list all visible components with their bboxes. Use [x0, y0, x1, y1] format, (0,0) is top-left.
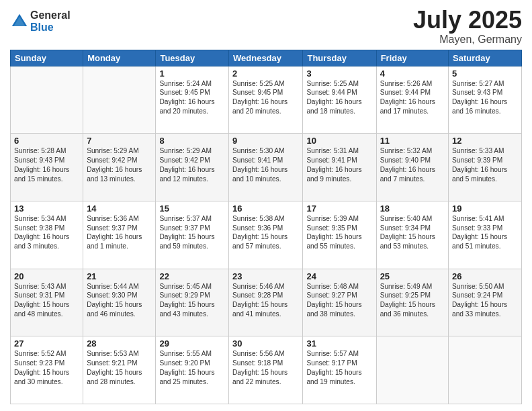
day-cell: 31Sunrise: 5:57 AM Sunset: 9:17 PM Dayli…: [303, 336, 376, 404]
day-cell: 8Sunrise: 5:29 AM Sunset: 9:42 PM Daylig…: [156, 134, 229, 201]
day-info: Sunrise: 5:53 AM Sunset: 9:21 PM Dayligh…: [87, 349, 152, 386]
day-cell: 29Sunrise: 5:55 AM Sunset: 9:20 PM Dayli…: [156, 336, 229, 404]
day-info: Sunrise: 5:34 AM Sunset: 9:38 PM Dayligh…: [14, 214, 79, 251]
day-info: Sunrise: 5:30 AM Sunset: 9:41 PM Dayligh…: [232, 146, 299, 183]
day-cell: 6Sunrise: 5:28 AM Sunset: 9:43 PM Daylig…: [11, 134, 83, 201]
day-number: 4: [380, 68, 445, 79]
day-cell: 5Sunrise: 5:27 AM Sunset: 9:43 PM Daylig…: [449, 66, 522, 134]
day-number: 9: [232, 136, 299, 146]
day-info: Sunrise: 5:40 AM Sunset: 9:34 PM Dayligh…: [380, 214, 445, 251]
day-number: 22: [159, 271, 225, 281]
day-info: Sunrise: 5:41 AM Sunset: 9:33 PM Dayligh…: [452, 214, 518, 251]
day-cell: 9Sunrise: 5:30 AM Sunset: 9:41 PM Daylig…: [229, 134, 303, 201]
day-cell: 7Sunrise: 5:29 AM Sunset: 9:42 PM Daylig…: [83, 134, 156, 201]
day-info: Sunrise: 5:25 AM Sunset: 9:44 PM Dayligh…: [306, 79, 372, 116]
day-cell: 20Sunrise: 5:43 AM Sunset: 9:31 PM Dayli…: [11, 269, 83, 336]
day-cell: 2Sunrise: 5:25 AM Sunset: 9:45 PM Daylig…: [229, 66, 303, 134]
day-number: 27: [14, 338, 79, 349]
day-number: 6: [14, 136, 79, 146]
week-row-4: 27Sunrise: 5:52 AM Sunset: 9:23 PM Dayli…: [11, 336, 522, 404]
day-number: 1: [159, 68, 225, 79]
day-number: 18: [380, 203, 445, 214]
day-number: 30: [232, 338, 299, 349]
day-cell: 17Sunrise: 5:39 AM Sunset: 9:35 PM Dayli…: [303, 201, 376, 269]
day-number: 24: [306, 271, 372, 281]
week-row-0: 1Sunrise: 5:24 AM Sunset: 9:45 PM Daylig…: [11, 66, 522, 134]
calendar: Sunday Monday Tuesday Wednesday Thursday…: [10, 50, 522, 404]
day-number: 7: [87, 136, 152, 146]
day-number: 13: [14, 203, 79, 214]
day-info: Sunrise: 5:31 AM Sunset: 9:41 PM Dayligh…: [306, 146, 372, 183]
day-cell: [83, 66, 156, 134]
day-number: 15: [159, 203, 225, 214]
day-number: 17: [306, 203, 372, 214]
day-cell: 27Sunrise: 5:52 AM Sunset: 9:23 PM Dayli…: [11, 336, 83, 404]
day-cell: 24Sunrise: 5:48 AM Sunset: 9:27 PM Dayli…: [303, 269, 376, 336]
day-number: 21: [87, 271, 152, 281]
day-number: 12: [452, 136, 518, 146]
col-monday: Monday: [83, 50, 156, 66]
day-info: Sunrise: 5:36 AM Sunset: 9:37 PM Dayligh…: [87, 214, 152, 251]
day-info: Sunrise: 5:37 AM Sunset: 9:37 PM Dayligh…: [159, 214, 225, 251]
day-cell: 12Sunrise: 5:33 AM Sunset: 9:39 PM Dayli…: [449, 134, 522, 201]
day-info: Sunrise: 5:56 AM Sunset: 9:18 PM Dayligh…: [232, 349, 299, 386]
day-number: 23: [232, 271, 299, 281]
day-info: Sunrise: 5:44 AM Sunset: 9:30 PM Dayligh…: [87, 282, 152, 319]
day-number: 8: [159, 136, 225, 146]
header: General Blue July 2025 Mayen, Germany: [10, 7, 522, 46]
day-number: 5: [452, 68, 518, 79]
day-info: Sunrise: 5:50 AM Sunset: 9:24 PM Dayligh…: [452, 282, 518, 319]
day-number: 2: [232, 68, 299, 79]
day-cell: 11Sunrise: 5:32 AM Sunset: 9:40 PM Dayli…: [376, 134, 448, 201]
week-row-1: 6Sunrise: 5:28 AM Sunset: 9:43 PM Daylig…: [11, 134, 522, 201]
day-info: Sunrise: 5:55 AM Sunset: 9:20 PM Dayligh…: [159, 349, 225, 386]
day-info: Sunrise: 5:48 AM Sunset: 9:27 PM Dayligh…: [306, 282, 372, 319]
week-row-2: 13Sunrise: 5:34 AM Sunset: 9:38 PM Dayli…: [11, 201, 522, 269]
day-info: Sunrise: 5:52 AM Sunset: 9:23 PM Dayligh…: [14, 349, 79, 386]
day-cell: 19Sunrise: 5:41 AM Sunset: 9:33 PM Dayli…: [449, 201, 522, 269]
day-cell: 21Sunrise: 5:44 AM Sunset: 9:30 PM Dayli…: [83, 269, 156, 336]
day-info: Sunrise: 5:45 AM Sunset: 9:29 PM Dayligh…: [159, 282, 225, 319]
day-cell: 3Sunrise: 5:25 AM Sunset: 9:44 PM Daylig…: [303, 66, 376, 134]
col-friday: Friday: [376, 50, 448, 66]
day-cell: 26Sunrise: 5:50 AM Sunset: 9:24 PM Dayli…: [449, 269, 522, 336]
day-cell: 18Sunrise: 5:40 AM Sunset: 9:34 PM Dayli…: [376, 201, 448, 269]
header-row: Sunday Monday Tuesday Wednesday Thursday…: [11, 50, 522, 66]
day-cell: 30Sunrise: 5:56 AM Sunset: 9:18 PM Dayli…: [229, 336, 303, 404]
logo: General Blue: [10, 9, 71, 33]
day-number: 10: [306, 136, 372, 146]
day-number: 25: [380, 271, 445, 281]
day-info: Sunrise: 5:49 AM Sunset: 9:25 PM Dayligh…: [380, 282, 445, 319]
day-info: Sunrise: 5:26 AM Sunset: 9:44 PM Dayligh…: [380, 79, 445, 116]
day-cell: 15Sunrise: 5:37 AM Sunset: 9:37 PM Dayli…: [156, 201, 229, 269]
col-sunday: Sunday: [11, 50, 83, 66]
day-info: Sunrise: 5:29 AM Sunset: 9:42 PM Dayligh…: [159, 146, 225, 183]
day-info: Sunrise: 5:43 AM Sunset: 9:31 PM Dayligh…: [14, 282, 79, 319]
day-number: 20: [14, 271, 79, 281]
day-number: 19: [452, 203, 518, 214]
day-cell: 14Sunrise: 5:36 AM Sunset: 9:37 PM Dayli…: [83, 201, 156, 269]
day-cell: 22Sunrise: 5:45 AM Sunset: 9:29 PM Dayli…: [156, 269, 229, 336]
day-cell: [376, 336, 448, 404]
title-section: July 2025 Mayen, Germany: [413, 7, 522, 46]
day-info: Sunrise: 5:27 AM Sunset: 9:43 PM Dayligh…: [452, 79, 518, 116]
day-info: Sunrise: 5:29 AM Sunset: 9:42 PM Dayligh…: [87, 146, 152, 183]
day-info: Sunrise: 5:32 AM Sunset: 9:40 PM Dayligh…: [380, 146, 445, 183]
day-number: 16: [232, 203, 299, 214]
day-number: 3: [306, 68, 372, 79]
day-number: 28: [87, 338, 152, 349]
col-wednesday: Wednesday: [229, 50, 303, 66]
day-info: Sunrise: 5:25 AM Sunset: 9:45 PM Dayligh…: [232, 79, 299, 116]
day-cell: 16Sunrise: 5:38 AM Sunset: 9:36 PM Dayli…: [229, 201, 303, 269]
day-cell: 4Sunrise: 5:26 AM Sunset: 9:44 PM Daylig…: [376, 66, 448, 134]
logo-blue: Blue: [30, 21, 71, 34]
location-title: Mayen, Germany: [413, 34, 522, 46]
day-number: 26: [452, 271, 518, 281]
day-cell: 23Sunrise: 5:46 AM Sunset: 9:28 PM Dayli…: [229, 269, 303, 336]
week-row-3: 20Sunrise: 5:43 AM Sunset: 9:31 PM Dayli…: [11, 269, 522, 336]
day-number: 29: [159, 338, 225, 349]
day-number: 14: [87, 203, 152, 214]
page: General Blue July 2025 Mayen, Germany Su…: [0, 0, 532, 411]
day-info: Sunrise: 5:28 AM Sunset: 9:43 PM Dayligh…: [14, 146, 79, 183]
col-thursday: Thursday: [303, 50, 376, 66]
